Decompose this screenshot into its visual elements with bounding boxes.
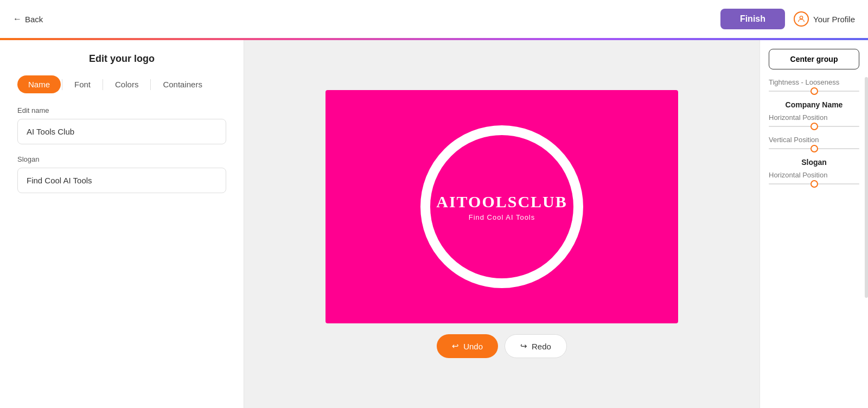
horiz-pos-thumb[interactable] xyxy=(810,123,818,130)
tab-font[interactable]: Font xyxy=(63,75,101,93)
tabs-bar: Name Font Colors Containers xyxy=(17,75,226,93)
panel-title: Edit your logo xyxy=(17,53,226,65)
slogan-input[interactable] xyxy=(17,168,226,193)
back-arrow-icon: ← xyxy=(13,14,22,24)
right-panel: Center group Tightness - Looseness Compa… xyxy=(760,40,868,408)
slogan-section: Slogan xyxy=(769,158,859,167)
main-layout: Edit your logo Name Font Colors Containe… xyxy=(0,40,868,408)
profile-icon xyxy=(794,11,809,27)
right-panel-scrollbar[interactable] xyxy=(865,77,868,298)
left-panel: Edit your logo Name Font Colors Containe… xyxy=(0,40,244,408)
redo-button[interactable]: ↪ Redo xyxy=(505,334,567,358)
horiz-pos-track[interactable] xyxy=(769,126,859,127)
finish-button[interactable]: Finish xyxy=(720,9,785,29)
back-button[interactable]: ← Back xyxy=(13,14,43,24)
vert-pos-label: Vertical Position xyxy=(769,136,859,144)
tightness-track[interactable] xyxy=(769,91,859,92)
tab-name[interactable]: Name xyxy=(17,75,61,93)
undo-icon: ↩ xyxy=(452,341,459,351)
profile-button[interactable]: Your Profile xyxy=(794,11,855,27)
slogan-label: Slogan xyxy=(17,155,226,163)
tightness-thumb[interactable] xyxy=(810,87,818,95)
horiz-pos-label: Horizontal Position xyxy=(769,113,859,122)
slogan-horiz-thumb[interactable] xyxy=(810,180,818,188)
profile-label: Your Profile xyxy=(813,15,855,24)
slogan-horiz-track[interactable] xyxy=(769,183,859,184)
company-name-section: Company Name xyxy=(769,100,859,109)
back-label: Back xyxy=(25,15,43,24)
edit-name-label: Edit name xyxy=(17,106,226,114)
tightness-slider-container: Tightness - Looseness xyxy=(769,78,859,92)
vert-pos-slider-container: Vertical Position xyxy=(769,136,859,149)
center-content: AIToolsClub Find Cool AI Tools ↩ Undo ↪ … xyxy=(244,40,760,408)
redo-label: Redo xyxy=(532,342,551,351)
tab-divider-1 xyxy=(62,79,62,90)
vert-pos-track[interactable] xyxy=(769,148,859,149)
center-group-button[interactable]: Center group xyxy=(769,49,859,69)
undo-label: Undo xyxy=(463,342,483,351)
logo-circle: AIToolsClub Find Cool AI Tools xyxy=(420,125,583,288)
tightness-label: Tightness - Looseness xyxy=(769,78,859,86)
redo-icon: ↪ xyxy=(520,341,527,351)
tab-containers[interactable]: Containers xyxy=(152,75,213,93)
tab-divider-2 xyxy=(103,79,103,90)
logo-slogan: Find Cool AI Tools xyxy=(469,213,535,221)
svg-point-0 xyxy=(800,16,802,19)
header-right: Finish Your Profile xyxy=(720,9,855,29)
logo-preview: AIToolsClub Find Cool AI Tools xyxy=(326,90,678,323)
edit-name-input[interactable] xyxy=(17,119,226,144)
tab-colors[interactable]: Colors xyxy=(104,75,149,93)
undo-button[interactable]: ↩ Undo xyxy=(437,334,498,358)
logo-company-name: AIToolsClub xyxy=(436,193,567,211)
vert-pos-thumb[interactable] xyxy=(810,145,818,152)
header: ← Back Finish Your Profile xyxy=(0,0,868,38)
horiz-pos-slider-container: Horizontal Position xyxy=(769,113,859,127)
action-bar: ↩ Undo ↪ Redo xyxy=(437,334,567,358)
slogan-horiz-slider-container: Horizontal Position xyxy=(769,171,859,184)
tab-divider-3 xyxy=(150,79,151,90)
slogan-horiz-label: Horizontal Position xyxy=(769,171,859,179)
